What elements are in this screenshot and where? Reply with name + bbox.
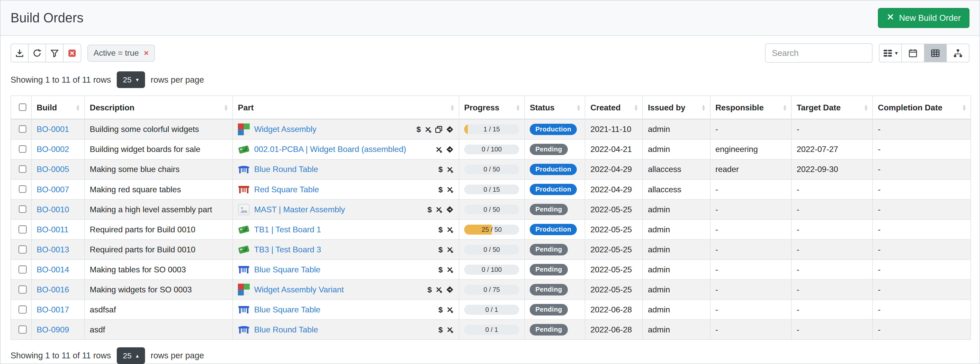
page-size-dropdown[interactable]: 25 ▾ — [117, 71, 145, 88]
search-input[interactable] — [765, 43, 872, 63]
build-order-link[interactable]: BO-0011 — [37, 225, 68, 234]
build-order-link[interactable]: BO-0014 — [37, 265, 69, 274]
column-header-issued-by[interactable]: Issued by▴▾ — [643, 96, 710, 119]
row-checkbox[interactable] — [19, 145, 27, 154]
salable-icon: $ — [438, 185, 443, 194]
sort-icon[interactable]: ▴▾ — [959, 104, 966, 111]
row-checkbox[interactable] — [19, 326, 27, 334]
part-flag-icons: $ — [438, 225, 453, 234]
sort-icon[interactable]: ▴▾ — [631, 104, 638, 111]
part-link[interactable]: Widget Assembly — [254, 125, 316, 134]
responsible-cell: - — [710, 299, 792, 320]
salable-icon: $ — [438, 245, 443, 255]
page-size-dropdown[interactable]: 25 ▴ — [117, 347, 145, 364]
progress-label: 1 / 15 — [464, 124, 519, 134]
filter-chip: Active = true × — [88, 45, 155, 62]
sort-icon[interactable]: ▴▾ — [861, 104, 867, 111]
progress-bar: 0 / 100 — [464, 144, 519, 155]
row-checkbox[interactable] — [19, 245, 27, 253]
sort-icon[interactable]: ▴▾ — [698, 104, 705, 111]
build-order-link[interactable]: BO-0013 — [37, 245, 69, 254]
target-date-cell: - — [791, 280, 872, 299]
part-link[interactable]: Blue Square Table — [254, 305, 320, 315]
column-header-progress[interactable]: Progress▴▾ — [459, 96, 525, 119]
sort-icon[interactable]: ▴▾ — [573, 104, 580, 111]
part-link[interactable]: Blue Round Table — [254, 165, 318, 174]
display-mode-button[interactable]: ▾ — [879, 44, 902, 62]
progress-bar: 0 / 100 — [464, 265, 519, 275]
column-header-build[interactable]: Build▴▾ — [31, 96, 84, 119]
progress-label: 0 / 75 — [464, 285, 519, 295]
row-checkbox[interactable] — [19, 266, 27, 274]
tools-icon — [886, 13, 895, 23]
build-order-link[interactable]: BO-0017 — [37, 305, 69, 314]
build-order-link[interactable]: BO-0909 — [37, 325, 69, 334]
row-checkbox[interactable] — [19, 185, 27, 193]
target-date-cell: - — [791, 220, 872, 239]
column-header-responsible[interactable]: Responsible▴▾ — [710, 96, 792, 119]
build-order-link[interactable]: BO-0010 — [37, 205, 69, 214]
progress-bar: 0 / 1 — [464, 325, 519, 335]
column-header-description[interactable]: Description▴▾ — [84, 96, 233, 119]
issued-by-cell: admin — [643, 199, 710, 220]
sort-icon[interactable]: ▴▾ — [447, 104, 453, 111]
issued-by-cell: admin — [643, 299, 710, 320]
part-link[interactable]: Blue Round Table — [254, 325, 318, 334]
part-flag-icons: $ — [438, 245, 453, 255]
column-header-created[interactable]: Created▴▾ — [585, 96, 643, 119]
build-order-link[interactable]: BO-0002 — [37, 144, 69, 154]
table-view-button[interactable] — [924, 44, 947, 62]
part-link[interactable]: Widget Assembly Variant — [254, 285, 344, 294]
select-all-checkbox[interactable] — [19, 103, 27, 112]
sort-icon[interactable]: ▴▾ — [513, 104, 519, 111]
part-link[interactable]: TB1 | Test Board 1 — [254, 225, 321, 234]
filter-button[interactable] — [46, 44, 64, 62]
part-flag-icons: $ — [427, 205, 453, 214]
new-build-order-button[interactable]: New Build Order — [878, 8, 969, 28]
remove-filter-icon[interactable]: × — [144, 49, 149, 57]
column-header-target-date[interactable]: Target Date▴▾ — [791, 96, 872, 119]
created-cell: 2022-04-21 — [585, 139, 643, 160]
build-order-link[interactable]: BO-0007 — [37, 185, 69, 194]
refresh-button[interactable] — [28, 44, 46, 62]
build-order-row: BO-0013 Required parts for Build 0010 TB… — [11, 239, 971, 260]
filter-chip-label: Active = true — [94, 48, 139, 58]
row-checkbox[interactable] — [19, 205, 27, 214]
row-checkbox[interactable] — [19, 305, 27, 314]
sort-icon[interactable]: ▴▾ — [73, 104, 79, 111]
status-badge: Pending — [530, 204, 568, 215]
part-link[interactable]: TB3 | Test Board 3 — [254, 245, 321, 255]
created-cell: 2022-04-29 — [585, 160, 643, 179]
description-cell: Making some blue chairs — [84, 160, 233, 179]
build-order-link[interactable]: BO-0001 — [37, 125, 69, 134]
column-header-completion-date[interactable]: Completion Date▴▾ — [872, 96, 971, 119]
pagination-summary: Showing 1 to 11 of 11 rows — [11, 75, 111, 85]
completion-date-cell: - — [872, 239, 971, 260]
part-link[interactable]: MAST | Master Assembly — [254, 205, 345, 214]
column-label: Description — [90, 103, 135, 112]
column-header-part[interactable]: Part▴▾ — [233, 96, 459, 119]
download-button[interactable] — [11, 44, 29, 62]
progress-label: 0 / 15 — [464, 185, 519, 195]
progress-bar: 0 / 50 — [464, 204, 519, 215]
row-checkbox[interactable] — [19, 285, 27, 294]
clear-filters-button[interactable] — [63, 44, 81, 62]
pcb-thumb — [238, 223, 250, 236]
sort-icon[interactable]: ▴▾ — [221, 104, 228, 111]
row-checkbox[interactable] — [19, 225, 27, 234]
calendar-view-button[interactable] — [901, 44, 924, 62]
column-header-status[interactable]: Status▴▾ — [525, 96, 585, 119]
row-checkbox[interactable] — [19, 125, 27, 133]
column-label: Completion Date — [878, 103, 942, 112]
build-order-link[interactable]: BO-0016 — [37, 285, 69, 294]
rows-per-page-label: rows per page — [151, 351, 204, 361]
part-link[interactable]: 002.01-PCBA | Widget Board (assembled) — [254, 144, 406, 154]
tree-view-button[interactable] — [946, 44, 969, 62]
page-header: Build Orders New Build Order — [0, 0, 980, 36]
completion-date-cell: - — [872, 280, 971, 299]
part-link[interactable]: Blue Square Table — [254, 265, 320, 274]
row-checkbox[interactable] — [19, 165, 27, 174]
part-link[interactable]: Red Square Table — [254, 185, 319, 194]
sort-icon[interactable]: ▴▾ — [780, 104, 786, 111]
build-order-link[interactable]: BO-0005 — [37, 165, 69, 174]
